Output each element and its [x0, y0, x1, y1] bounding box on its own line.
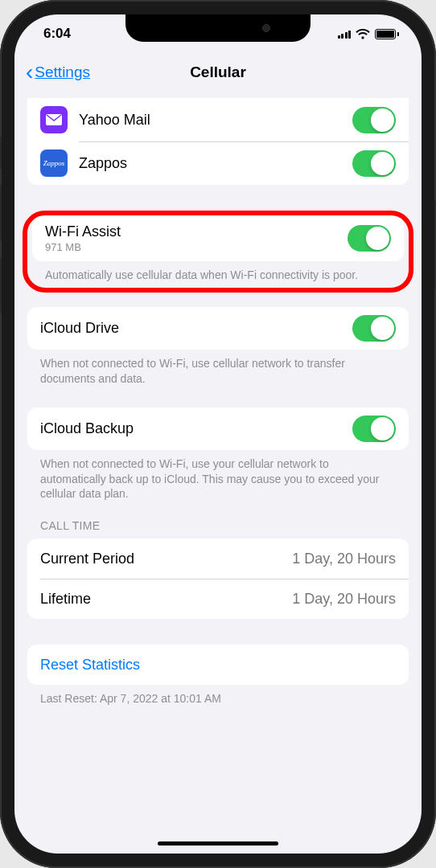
wifi-assist-label: Wi-Fi Assist	[45, 223, 348, 240]
yahoo-mail-icon	[40, 106, 68, 133]
call-time-header: CALL TIME	[14, 502, 422, 538]
toggle-yahoo-mail[interactable]	[352, 107, 396, 133]
battery-icon	[375, 29, 399, 39]
current-period-row[interactable]: Current Period 1 Day, 20 Hours	[27, 538, 409, 579]
icloud-drive-label: iCloud Drive	[40, 320, 352, 337]
icloud-drive-row[interactable]: iCloud Drive	[27, 307, 409, 350]
toggle-icloud-backup[interactable]	[352, 416, 396, 442]
chevron-left-icon: ‹	[26, 61, 33, 84]
lifetime-row[interactable]: Lifetime 1 Day, 20 Hours	[27, 579, 409, 619]
zappos-icon: Zappos	[40, 149, 68, 177]
back-button[interactable]: ‹ Settings	[26, 61, 90, 84]
app-row-yahoo-mail[interactable]: Yahoo Mail	[27, 98, 409, 141]
app-row-zappos[interactable]: Zappos Zappos	[27, 141, 409, 185]
nav-bar: ‹ Settings Cellular	[14, 53, 422, 92]
current-period-value: 1 Day, 20 Hours	[292, 551, 396, 567]
home-indicator[interactable]	[158, 841, 278, 845]
call-time-group: Current Period 1 Day, 20 Hours Lifetime …	[27, 538, 409, 619]
icloud-backup-label: iCloud Backup	[40, 420, 352, 437]
wifi-assist-row[interactable]: Wi-Fi Assist 971 MB	[32, 215, 404, 261]
icloud-backup-row[interactable]: iCloud Backup	[27, 407, 409, 450]
back-label: Settings	[35, 63, 90, 81]
lifetime-value: 1 Day, 20 Hours	[292, 591, 396, 608]
icloud-drive-description: When not connected to Wi-Fi, use cellula…	[14, 350, 422, 387]
last-reset-text: Last Reset: Apr 7, 2022 at 10:01 AM	[14, 685, 422, 706]
reset-label: Reset Statistics	[40, 657, 140, 674]
signal-icon	[338, 29, 352, 39]
wifi-assist-description: Automatically use cellular data when Wi-…	[27, 261, 409, 288]
icloud-backup-description: When not connected to Wi-Fi, use your ce…	[14, 450, 422, 502]
status-time: 6:04	[43, 26, 71, 42]
reset-statistics-button[interactable]: Reset Statistics	[27, 645, 409, 685]
toggle-zappos[interactable]	[352, 150, 396, 177]
lifetime-label: Lifetime	[40, 591, 91, 608]
toggle-icloud-drive[interactable]	[352, 315, 396, 342]
wifi-assist-usage: 971 MB	[45, 241, 348, 253]
toggle-wifi-assist[interactable]	[348, 225, 391, 252]
wifi-assist-highlight: Wi-Fi Assist 971 MB Automatically use ce…	[23, 211, 413, 293]
current-period-label: Current Period	[40, 551, 134, 567]
wifi-icon	[356, 29, 370, 39]
app-label: Yahoo Mail	[79, 112, 352, 129]
app-label: Zappos	[79, 155, 352, 172]
app-list: Yahoo Mail Zappos Zappos	[27, 98, 409, 185]
